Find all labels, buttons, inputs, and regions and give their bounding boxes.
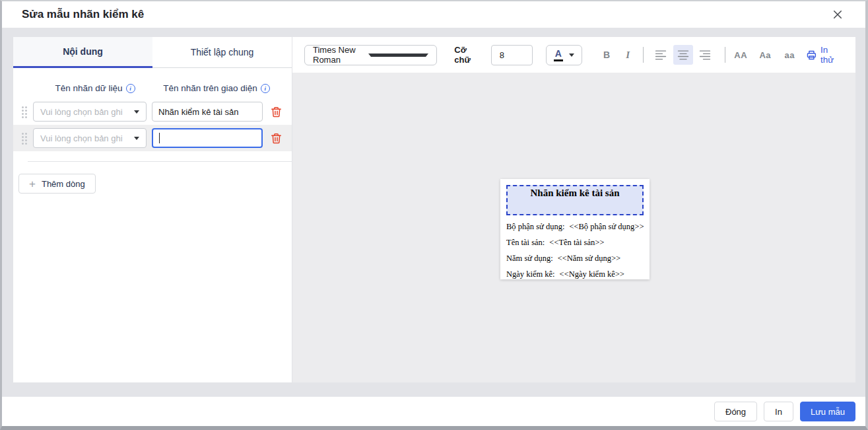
chevron-down-icon (134, 110, 139, 114)
toolbar-separator (643, 47, 644, 63)
trash-icon[interactable] (269, 131, 283, 145)
column-headers: Tên nhãn dữ liệu i Tên nhãn trên giao di… (13, 68, 292, 98)
label-preview-canvas: Nhãn kiểm kê tài sản Bộ phận sử dụng: <<… (292, 73, 855, 382)
label-line: Ngày kiểm kê: <<Ngày kiểm kê>> (506, 266, 646, 282)
tab-noi-dung[interactable]: Nội dung (13, 37, 152, 68)
uppercase-button[interactable]: AA (733, 45, 749, 65)
data-label-header-text: Tên nhãn dữ liệu (55, 83, 122, 93)
display-label-header-text: Tên nhãn trên giao diện (163, 83, 257, 93)
tab-thiet-lap-chung[interactable]: Thiết lập chung (152, 37, 292, 68)
font-color-button[interactable]: A (546, 45, 582, 65)
dialog-title: Sửa mẫu nhãn kiểm kê (22, 8, 144, 21)
label-line: Năm sử dụng: <<Năm sử dụng>> (506, 250, 646, 266)
chevron-down-icon (134, 137, 139, 140)
font-size-label: Cỡ chữ (454, 45, 484, 65)
plus-icon: + (29, 178, 36, 190)
label-line-value: <<Năm sử dụng>> (558, 254, 620, 264)
label-preview-card: Nhãn kiểm kê tài sản Bộ phận sử dụng: <<… (500, 179, 650, 279)
select-placeholder: Vui lòng chọn bản ghi (40, 107, 134, 117)
print-preview-link[interactable]: In thử (806, 45, 844, 65)
select-placeholder: Vui lòng chọn bản ghi (40, 133, 134, 143)
display-label-input-focused[interactable] (152, 128, 263, 148)
tab-bar: Nội dung Thiết lập chung (13, 37, 292, 68)
chevron-down-icon (569, 54, 574, 57)
label-line: Tên tài sản: <<Tên tài sản>> (506, 234, 646, 250)
content-panel: Nội dung Thiết lập chung Tên nhãn dữ liệ… (13, 37, 292, 382)
add-row-label: Thêm dòng (42, 179, 85, 189)
data-label-select[interactable]: Vui lòng chọn bản ghi (33, 102, 147, 122)
font-family-select[interactable]: Times New Roman (304, 45, 437, 65)
italic-button[interactable]: I (620, 45, 636, 65)
capitalize-button[interactable]: Aa (757, 45, 773, 65)
font-size-input[interactable] (491, 45, 533, 65)
toolbar-separator (725, 47, 725, 63)
align-left-button[interactable] (651, 45, 671, 65)
label-line-label: Tên tài sản: (506, 238, 545, 248)
add-row-button[interactable]: + Thêm dòng (18, 174, 96, 194)
divider (28, 161, 292, 162)
font-color-letter: A (554, 48, 563, 61)
printer-icon (806, 50, 817, 61)
print-preview-label: In thử (820, 45, 844, 65)
font-family-value: Times New Roman (313, 45, 368, 65)
align-right-button[interactable] (696, 45, 716, 65)
dialog-header: Sửa mẫu nhãn kiểm kê (2, 1, 865, 28)
label-lines: Bộ phận sử dụng: <<Bộ phận sử dụng>> Tên… (506, 219, 646, 282)
save-template-button[interactable]: Lưu mẫu (800, 402, 855, 421)
display-label-column-header: Tên nhãn trên giao diện i (158, 83, 275, 93)
data-label-select[interactable]: Vui lòng chọn bản ghi (33, 128, 147, 148)
edit-label-template-dialog: Sửa mẫu nhãn kiểm kê Nội dung Thiết lập … (0, 0, 868, 430)
align-center-button[interactable] (673, 45, 693, 65)
label-line-label: Ngày kiểm kê: (506, 269, 555, 279)
text-cursor (159, 133, 160, 143)
close-button[interactable]: Đóng (714, 402, 757, 421)
label-line-label: Bộ phận sử dụng: (506, 222, 564, 232)
trash-icon[interactable] (269, 105, 283, 118)
print-button[interactable]: In (764, 402, 793, 421)
format-toolbar: Times New Roman Cỡ chữ A B I (292, 37, 855, 73)
label-line-value: <<Tên tài sản>> (549, 238, 604, 248)
bold-button[interactable]: B (599, 45, 615, 65)
drag-handle-icon[interactable] (21, 132, 27, 145)
data-label-column-header: Tên nhãn dữ liệu i (37, 83, 153, 93)
label-line-value: <<Ngày kiểm kê>> (560, 269, 624, 279)
dialog-body: Nội dung Thiết lập chung Tên nhãn dữ liệ… (2, 28, 865, 396)
label-row-2: Vui lòng chọn bản ghi (13, 125, 292, 151)
info-icon[interactable]: i (126, 84, 135, 93)
lowercase-button[interactable]: aa (782, 45, 797, 65)
label-line-label: Năm sử dụng: (506, 254, 553, 264)
preview-panel: Times New Roman Cỡ chữ A B I (292, 37, 855, 382)
info-icon[interactable]: i (261, 84, 270, 93)
drag-handle-icon[interactable] (21, 106, 27, 118)
chevron-down-icon (368, 54, 429, 57)
label-line-value: <<Bộ phận sử dụng>> (569, 222, 644, 232)
label-line: Bộ phận sử dụng: <<Bộ phận sử dụng>> (506, 219, 646, 234)
label-title-box: Nhãn kiểm kê tài sản (506, 185, 644, 215)
dialog-footer: Đóng In Lưu mẫu (2, 396, 865, 426)
close-icon[interactable] (830, 7, 846, 22)
display-label-input[interactable] (152, 102, 263, 122)
label-row-1: Vui lòng chọn bản ghi (13, 98, 292, 125)
